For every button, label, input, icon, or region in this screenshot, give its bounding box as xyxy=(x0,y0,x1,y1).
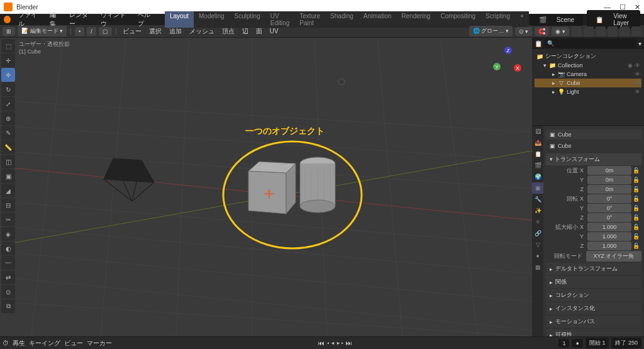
tl-marker[interactable]: マーカー xyxy=(87,339,112,348)
overlay-toggle[interactable] xyxy=(572,26,582,36)
keyframe-prev-button[interactable]: ◂ xyxy=(326,340,330,346)
tool-edgeslide[interactable]: ⇄ xyxy=(1,270,15,284)
panel-collections[interactable]: ▸ コレクション xyxy=(546,289,641,301)
tool-annotate[interactable]: ✎ xyxy=(1,126,15,140)
ptab-output[interactable]: 📤 xyxy=(532,137,543,148)
tool-scale[interactable]: ⤢ xyxy=(1,97,15,111)
lock-rot-x-icon[interactable]: 🔓 xyxy=(633,196,641,202)
lock-loc-y-icon[interactable]: 🔓 xyxy=(633,177,641,183)
ptab-viewlayer[interactable]: 📋 xyxy=(532,148,543,160)
header-vertex[interactable]: 頂点 xyxy=(219,27,237,36)
ptab-particle[interactable]: ✨ xyxy=(532,205,543,216)
header-mesh[interactable]: メッシュ xyxy=(187,27,217,36)
lock-loc-x-icon[interactable]: 🔓 xyxy=(633,167,641,174)
tool-move[interactable]: ✥ xyxy=(1,68,15,82)
header-view[interactable]: ビュー xyxy=(120,27,144,36)
loc-z[interactable]: 0m xyxy=(587,185,631,194)
outliner-camera[interactable]: ▸📷Camera👁 xyxy=(535,70,641,79)
outliner-filter-icon[interactable]: ▾ xyxy=(638,40,641,47)
lock-scale-x-icon[interactable]: 🔓 xyxy=(633,224,641,230)
panel-delta[interactable]: ▸ デルタトランスフォーム xyxy=(546,263,641,275)
ptab-world[interactable]: 🌍 xyxy=(532,171,543,182)
select-mode-edge[interactable]: / xyxy=(87,27,96,36)
tl-keying[interactable]: キーイング xyxy=(29,339,60,348)
gizmo-z[interactable]: Z xyxy=(504,47,512,54)
outliner-cube[interactable]: ▸▽Cube👁 xyxy=(535,79,641,87)
tool-transform[interactable]: ⊕ xyxy=(1,111,15,125)
loc-x[interactable]: 0m xyxy=(587,166,631,175)
tab-modeling[interactable]: Modeling xyxy=(194,11,230,28)
transform-panel-header[interactable]: ▾ トランスフォーム xyxy=(546,153,641,165)
outliner-search[interactable] xyxy=(545,39,636,48)
frame-end[interactable]: 終了 250 xyxy=(611,338,641,348)
tab-add[interactable]: + xyxy=(515,11,529,28)
header-select[interactable]: 選択 xyxy=(147,27,164,36)
ptab-scene[interactable]: 🎬 xyxy=(532,160,543,171)
tab-texturepaint[interactable]: Texture Paint xyxy=(294,11,325,28)
tool-rotate[interactable]: ↻ xyxy=(1,82,15,96)
header-uv[interactable]: UV xyxy=(267,28,281,35)
ptab-texture[interactable]: ▦ xyxy=(532,262,543,273)
tab-shading[interactable]: Shading xyxy=(325,11,358,28)
shading-lookdev[interactable] xyxy=(619,26,630,36)
frame-start[interactable]: 開始 1 xyxy=(586,338,609,348)
play-button[interactable]: ▶ xyxy=(336,340,340,346)
select-mode-face[interactable]: ▢ xyxy=(99,27,112,36)
tool-polybuild[interactable]: ◈ xyxy=(1,227,15,241)
ptab-data[interactable]: ▽ xyxy=(532,239,543,250)
object-name-field[interactable]: ▣Cube xyxy=(546,130,641,140)
lock-rot-y-icon[interactable]: 🔓 xyxy=(633,205,641,211)
scale-z[interactable]: 1.000 xyxy=(587,241,631,250)
outliner-root[interactable]: 📁シーンコレクション xyxy=(535,52,641,61)
tool-spin[interactable]: ◐ xyxy=(1,241,15,255)
header-edge[interactable]: 辺 xyxy=(240,27,251,36)
rot-z[interactable]: 0° xyxy=(587,213,631,222)
tool-select-box[interactable]: ⬚ xyxy=(1,39,15,53)
outliner-collection[interactable]: ▾📁Collection◉ 👁 xyxy=(535,61,641,70)
autokey-icon[interactable]: ● xyxy=(572,339,582,348)
tool-inset[interactable]: ▣ xyxy=(1,169,15,183)
scale-x[interactable]: 1.000 xyxy=(587,223,631,231)
gizmo-y[interactable]: Y xyxy=(493,63,501,70)
tl-view[interactable]: ビュー xyxy=(64,339,83,348)
editor-type-icon[interactable]: ⊞ xyxy=(3,27,15,36)
xray-toggle[interactable] xyxy=(584,26,594,36)
ptab-constraint[interactable]: 🔗 xyxy=(532,228,543,239)
current-frame[interactable]: 1 xyxy=(558,339,569,348)
tab-layout[interactable]: Layout xyxy=(165,11,194,28)
tl-playback[interactable]: 再生 xyxy=(13,339,25,348)
ptab-physics[interactable]: ⚛ xyxy=(532,216,543,228)
loc-y[interactable]: 0m xyxy=(587,175,631,184)
header-face[interactable]: 面 xyxy=(253,27,265,36)
proportional-toggle[interactable]: ◉ ▾ xyxy=(552,27,569,36)
tool-rip[interactable]: ⧉ xyxy=(1,299,15,313)
panel-relations[interactable]: ▸ 関係 xyxy=(546,276,641,288)
lock-loc-z-icon[interactable]: 🔓 xyxy=(633,186,641,192)
rot-x[interactable]: 0° xyxy=(587,194,631,203)
tool-extrude[interactable]: ◫ xyxy=(1,155,15,169)
play-reverse-button[interactable]: ◀ xyxy=(331,340,335,346)
timeline-type-icon[interactable]: ⏱ xyxy=(3,340,9,346)
panel-motionpaths[interactable]: ▸ モーションパス xyxy=(546,316,641,328)
ptab-object[interactable]: ▣ xyxy=(532,182,543,194)
tool-shrink[interactable]: ⊙ xyxy=(1,285,15,299)
rot-y[interactable]: 0° xyxy=(587,204,631,213)
snap-toggle[interactable]: 🧲 xyxy=(535,27,549,36)
tab-sculpting[interactable]: Sculpting xyxy=(230,11,265,28)
shading-rendered[interactable] xyxy=(631,26,641,36)
scale-y[interactable]: 1.000 xyxy=(587,232,631,241)
jump-start-button[interactable]: ⏮ xyxy=(318,340,325,346)
tool-cursor[interactable]: ✛ xyxy=(1,53,15,67)
tab-animation[interactable]: Animation xyxy=(358,11,396,28)
panel-instancing[interactable]: ▸ インスタンス化 xyxy=(546,302,641,314)
shading-solid[interactable] xyxy=(608,26,618,36)
lock-scale-z-icon[interactable]: 🔓 xyxy=(633,243,641,249)
tool-smooth[interactable]: 〰 xyxy=(1,256,15,270)
lock-rot-z-icon[interactable]: 🔓 xyxy=(633,214,641,221)
orientation-selector[interactable]: 🌐 グロー… ▾ xyxy=(469,26,513,36)
ptab-modifier[interactable]: 🔧 xyxy=(532,194,543,205)
tool-loopcut[interactable]: ⊟ xyxy=(1,198,15,212)
ptab-render[interactable]: 🖼 xyxy=(532,126,543,137)
ptab-material[interactable]: ● xyxy=(532,250,543,262)
header-add[interactable]: 追加 xyxy=(167,27,184,36)
